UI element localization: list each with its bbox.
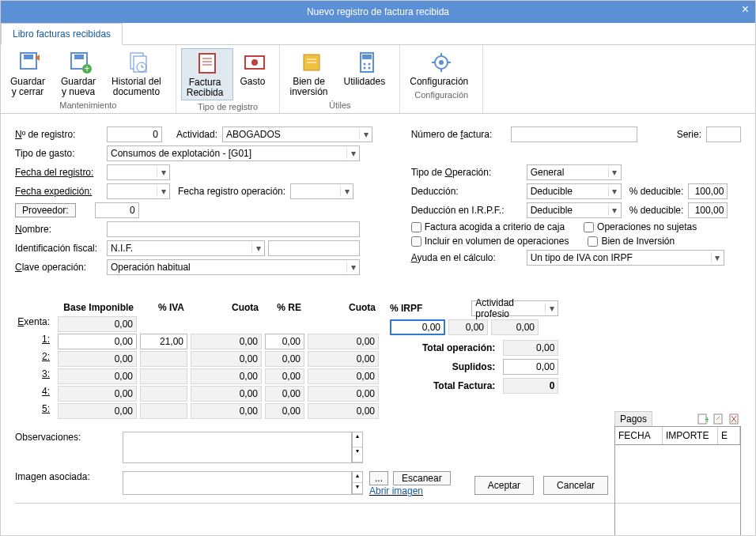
calculator-icon <box>354 50 380 75</box>
cb-bien[interactable]: Bien de Inversión <box>588 236 675 247</box>
clave-op-dropdown[interactable]: Operación habitual ▾ <box>107 259 360 275</box>
irpf-input[interactable] <box>390 319 445 335</box>
ribbon: Guardar y cerrar + Guardar y nueva Histo… <box>1 45 755 114</box>
col-cuota2: Cuota <box>308 300 379 315</box>
chevron-down-icon[interactable]: ▾ <box>157 186 169 197</box>
pagos-table[interactable]: FECHA IMPORTE E <box>614 426 741 535</box>
utilidades-button[interactable]: Utilidades <box>339 48 395 99</box>
ayuda-label: Ayuda en el cálculo: <box>411 252 522 263</box>
fecha-registro-input[interactable]: ▾ <box>107 164 170 180</box>
cancelar-button[interactable]: Cancelar <box>543 476 608 495</box>
deduccion-label: Deducción: <box>411 186 522 197</box>
col-iva: % IVA <box>140 300 187 315</box>
pagos-edit-icon[interactable] <box>713 413 725 425</box>
cb-volumen[interactable]: Incluir en volumen de operaciones <box>411 236 569 247</box>
ribbon-label: Utilidades <box>344 77 386 87</box>
chevron-down-icon[interactable]: ▾ <box>711 252 724 263</box>
factura-recibida-button[interactable]: Factura Recibida <box>181 48 234 100</box>
bien-inversion-button[interactable]: Bien de inversión <box>285 48 337 99</box>
exenta-label: Exenta: <box>15 316 50 332</box>
row-1-base[interactable] <box>58 334 137 349</box>
chevron-down-icon[interactable]: ▾ <box>340 186 353 197</box>
serie-input[interactable] <box>706 126 741 142</box>
aceptar-button[interactable]: Aceptar <box>474 476 534 495</box>
pagos-delete-icon[interactable] <box>728 413 741 425</box>
chevron-down-icon[interactable]: ▾ <box>346 262 359 273</box>
chevron-down-icon[interactable]: ▾ <box>359 129 372 140</box>
abrir-imagen-link[interactable]: Abrir imagen <box>369 485 423 496</box>
ribbon-group-label: Útiles <box>285 100 395 110</box>
titlebar: Nuevo registro de factura recibida × <box>1 1 755 23</box>
proveedor-input[interactable] <box>95 202 139 218</box>
actividad-prof-dropdown[interactable]: Actividad profesio ▾ <box>471 300 558 316</box>
fecha-reg-op-input[interactable]: ▾ <box>290 183 353 199</box>
pagos-panel: Pagos + FECHA IMPORTE E <box>614 411 741 535</box>
actividad-dropdown[interactable]: ABOGADOS ▾ <box>222 126 372 142</box>
chevron-down-icon[interactable]: ▾ <box>157 167 169 178</box>
dropdown-value: ABOGADOS <box>223 129 359 140</box>
suplidos-input[interactable] <box>503 359 558 375</box>
historial-button[interactable]: Historial del documento <box>107 48 171 99</box>
tipo-gasto-dropdown[interactable]: Consumos de explotación - [G01] ▾ <box>107 145 360 161</box>
browse-button[interactable]: ... <box>369 471 388 485</box>
svg-rect-1 <box>24 55 33 59</box>
guardar-cerrar-button[interactable]: Guardar y cerrar <box>6 48 55 99</box>
row-1-cuota2: 0,00 <box>308 334 379 349</box>
row-1-cuota: 0,00 <box>191 334 262 349</box>
num-registro-input[interactable] <box>107 126 162 142</box>
svg-point-25 <box>439 60 444 65</box>
fecha-expedicion-input[interactable]: ▾ <box>107 183 170 199</box>
observaciones-spinner[interactable]: ▴▾ <box>352 432 363 463</box>
pct-deducible-label: % deducible: <box>629 186 684 197</box>
cb-nosujetas[interactable]: Operaciones no sujetas <box>584 221 697 232</box>
proveedor-button[interactable]: Proveedor: <box>15 203 76 217</box>
tabbar: Libro facturas recibidas <box>1 23 755 45</box>
total-fac-label: Total Factura: <box>400 380 495 391</box>
dropdown-value: Consumos de explotación - [G01] <box>108 148 346 159</box>
pagos-add-icon[interactable]: + <box>697 413 709 425</box>
idf-tipo-dropdown[interactable]: N.I.F. ▾ <box>107 240 265 256</box>
tab-libro-facturas[interactable]: Libro facturas recibidas <box>1 23 123 45</box>
nombre-input[interactable] <box>107 221 360 237</box>
dropdown-value: Operación habitual <box>108 262 346 273</box>
tipo-op-dropdown[interactable]: General ▾ <box>527 164 622 180</box>
ribbon-label: Guardar y cerrar <box>10 77 45 97</box>
chevron-down-icon[interactable]: ▾ <box>608 205 621 216</box>
svg-rect-7 <box>134 56 146 72</box>
imagen-spinner[interactable]: ▴▾ <box>352 471 363 495</box>
configuracion-button[interactable]: Configuración <box>405 48 478 89</box>
svg-rect-3 <box>74 55 84 59</box>
svg-rect-9 <box>199 54 215 73</box>
row-1-re[interactable] <box>265 334 304 349</box>
row-1-iva[interactable] <box>140 334 187 349</box>
chevron-down-icon[interactable]: ▾ <box>545 303 558 314</box>
fecha-reg-op-label: Fecha registro operación: <box>178 186 285 197</box>
col-e: E <box>718 427 740 444</box>
chevron-down-icon[interactable]: ▾ <box>346 148 359 159</box>
total-op-label: Total operación: <box>400 342 495 353</box>
escanear-button[interactable]: Escanear <box>393 471 451 485</box>
irpf-ro2: 0,00 <box>491 319 539 335</box>
window-title: Nuevo registro de factura recibida <box>307 6 449 17</box>
chevron-down-icon[interactable]: ▾ <box>251 243 264 254</box>
num-factura-input[interactable] <box>511 126 637 142</box>
chevron-down-icon[interactable]: ▾ <box>608 167 621 178</box>
num-factura-label: Número de factura: <box>411 129 506 140</box>
ribbon-group-label: Mantenimiento <box>6 100 171 110</box>
ayuda-dropdown[interactable]: Un tipo de IVA con IRPF ▾ <box>527 250 724 266</box>
svg-text:+: + <box>705 414 709 425</box>
chevron-down-icon[interactable]: ▾ <box>608 186 621 197</box>
pct-deducible-irpf-input[interactable] <box>688 202 728 218</box>
observaciones-input[interactable] <box>123 432 352 463</box>
guardar-nueva-button[interactable]: + Guardar y nueva <box>56 48 105 99</box>
imagen-input[interactable] <box>123 471 352 495</box>
close-icon[interactable]: × <box>742 2 749 17</box>
deduccion-irpf-dropdown[interactable]: Deducible ▾ <box>527 202 622 218</box>
pct-deducible-input[interactable] <box>688 183 728 199</box>
deduccion-dropdown[interactable]: Deducible ▾ <box>527 183 622 199</box>
svg-point-20 <box>363 63 365 66</box>
gasto-button[interactable]: Gasto <box>235 48 274 100</box>
idf-valor-input[interactable] <box>268 240 360 256</box>
history-icon <box>126 50 151 75</box>
cb-caja[interactable]: Factura acogida a criterio de caja <box>411 221 565 232</box>
